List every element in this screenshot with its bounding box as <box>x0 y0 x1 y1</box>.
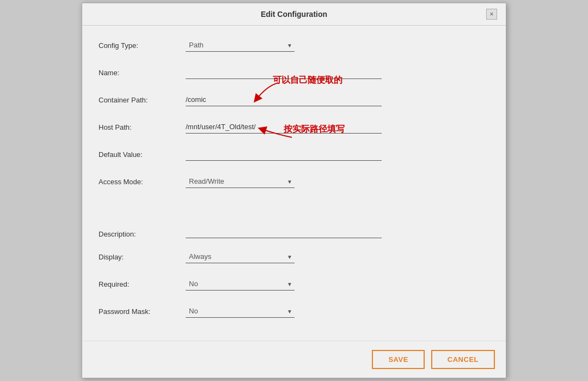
access-mode-row: Access Mode: Read/Write Read Only <box>99 173 489 190</box>
container-path-row: Container Path: 可以自己随便取的 <box>99 91 489 108</box>
default-value-input[interactable] <box>186 148 382 161</box>
password-mask-row: Password Mask: No Yes <box>99 303 489 320</box>
close-button[interactable]: × <box>486 9 497 20</box>
dialog-overlay: Edit Configuration × Config Type: Path N… <box>0 0 588 381</box>
required-select[interactable]: No Yes <box>186 277 295 291</box>
host-path-row: Host Path: 按实际路径填写 <box>99 118 489 136</box>
required-label: Required: <box>99 280 186 288</box>
dialog-title: Edit Configuration <box>102 10 486 19</box>
display-label: Display: <box>99 253 186 261</box>
description-label: Description: <box>99 230 186 238</box>
password-mask-select-wrapper: No Yes <box>186 305 295 318</box>
default-value-row: Default Value: <box>99 146 489 163</box>
required-row: Required: No Yes <box>99 275 489 293</box>
access-mode-select[interactable]: Read/Write Read Only <box>186 175 295 188</box>
description-row: Description: <box>99 200 489 238</box>
default-value-label: Default Value: <box>99 150 186 159</box>
dialog: Edit Configuration × Config Type: Path N… <box>82 3 506 378</box>
host-path-input[interactable] <box>186 120 382 134</box>
display-select[interactable]: Always Advanced Never <box>186 250 295 263</box>
container-path-label: Container Path: <box>99 96 186 104</box>
password-mask-select[interactable]: No Yes <box>186 305 295 318</box>
config-type-select-wrapper: Path <box>186 39 295 52</box>
save-button[interactable]: SAVE <box>372 350 424 369</box>
dialog-body: Config Type: Path Name: Container Path: … <box>82 26 506 341</box>
display-row: Display: Always Advanced Never <box>99 248 489 265</box>
config-type-label: Config Type: <box>99 41 186 50</box>
dialog-header: Edit Configuration × <box>82 3 506 26</box>
access-mode-label: Access Mode: <box>99 178 186 186</box>
cancel-button[interactable]: CANCEL <box>431 350 495 369</box>
password-mask-label: Password Mask: <box>99 307 186 316</box>
description-input[interactable] <box>186 200 382 238</box>
container-path-input[interactable] <box>186 93 382 106</box>
access-mode-select-wrapper: Read/Write Read Only <box>186 175 295 188</box>
display-select-wrapper: Always Advanced Never <box>186 250 295 263</box>
name-label: Name: <box>99 69 186 77</box>
name-row: Name: <box>99 64 489 81</box>
dialog-footer: SAVE CANCEL <box>82 341 506 378</box>
required-select-wrapper: No Yes <box>186 277 295 291</box>
config-type-select[interactable]: Path <box>186 39 295 52</box>
config-type-row: Config Type: Path <box>99 37 489 54</box>
name-input[interactable] <box>186 66 382 79</box>
host-path-label: Host Path: <box>99 123 186 131</box>
